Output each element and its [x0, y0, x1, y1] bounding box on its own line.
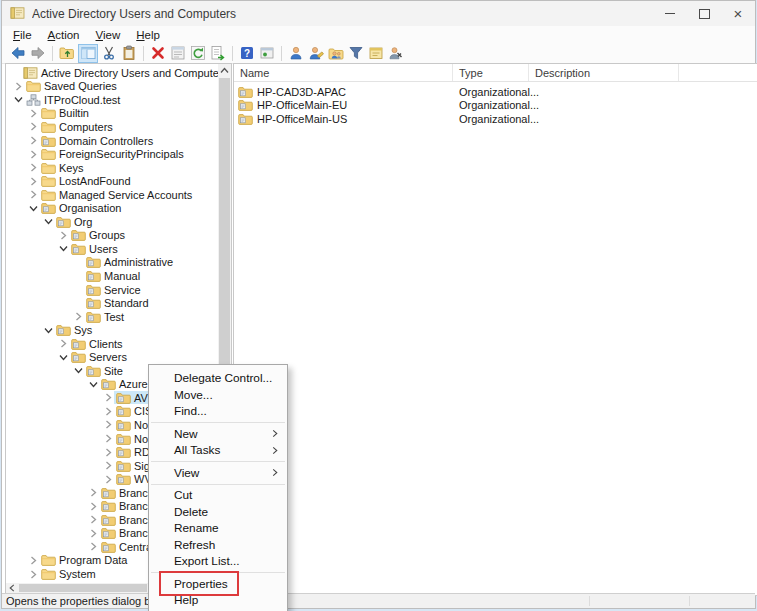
tree-item-servers[interactable]: Servers	[6, 350, 218, 364]
refresh-icon[interactable]	[189, 44, 207, 62]
expand-arrow-icon[interactable]	[103, 433, 114, 444]
properties-sheet-icon[interactable]	[169, 44, 187, 62]
tree-item-administrative[interactable]: Administrative	[6, 256, 218, 270]
expand-arrow-icon[interactable]	[103, 474, 114, 485]
tree-item-standard[interactable]: Standard	[6, 296, 218, 310]
collapse-arrow-icon[interactable]	[88, 379, 99, 390]
tree-item-test[interactable]: Test	[6, 310, 218, 324]
collapse-arrow-icon[interactable]	[58, 243, 69, 254]
list-row-hp-officemain-eu[interactable]: HP-OfficeMain-EUOrganizational...	[234, 99, 757, 113]
context-menu-new[interactable]: New	[149, 426, 287, 443]
collapse-arrow-icon[interactable]	[13, 94, 24, 105]
expand-arrow-icon[interactable]	[88, 541, 99, 552]
list-row-hp-officemain-us[interactable]: HP-OfficeMain-USOrganizational...	[234, 112, 757, 126]
collapse-arrow-icon[interactable]	[28, 203, 39, 214]
new-group-icon[interactable]	[327, 44, 345, 62]
expand-arrow-icon[interactable]	[28, 135, 39, 146]
menu-view[interactable]: View	[88, 28, 129, 42]
forward-icon[interactable]	[29, 44, 47, 62]
tree-item-org[interactable]: Org	[6, 215, 218, 229]
collapse-arrow-icon[interactable]	[43, 216, 54, 227]
context-menu-export-list[interactable]: Export List...	[149, 553, 287, 570]
tree-item-managed-service-accounts[interactable]: Managed Service Accounts	[6, 188, 218, 202]
tree-item-manual[interactable]: Manual	[6, 269, 218, 283]
tree-item-lostandfound[interactable]: LostAndFound	[6, 174, 218, 188]
tree-item-users[interactable]: Users	[6, 242, 218, 256]
expand-arrow-icon[interactable]	[28, 555, 39, 566]
column-header-description[interactable]: Description	[529, 64, 679, 81]
new-ou-icon[interactable]	[367, 44, 385, 62]
tree-item-itprocloud-test[interactable]: ITProCloud.test	[6, 93, 218, 107]
expand-arrow-icon[interactable]	[13, 81, 24, 92]
context-menu-all-tasks[interactable]: All Tasks	[149, 442, 287, 459]
context-menu-cut[interactable]: Cut	[149, 487, 287, 504]
help-icon[interactable]: ?	[238, 44, 256, 62]
tree-item-organisation[interactable]: Organisation	[6, 201, 218, 215]
expand-arrow-icon[interactable]	[73, 311, 84, 322]
tree-item-active-directory-users-and-computers-ads01-iti[interactable]: Active Directory Users and Computers [AD…	[6, 66, 218, 80]
list-row-hp-cad3d-apac[interactable]: HP-CAD3D-APACOrganizational...	[234, 85, 757, 99]
context-menu-delete[interactable]: Delete	[149, 504, 287, 521]
tree-item-computers[interactable]: Computers	[6, 120, 218, 134]
expand-arrow-icon[interactable]	[103, 460, 114, 471]
expand-arrow-icon[interactable]	[103, 447, 114, 458]
show-console-tree-icon[interactable]	[78, 44, 98, 63]
tree-item-sys[interactable]: Sys	[6, 323, 218, 337]
tree-item-builtin[interactable]: Builtin	[6, 107, 218, 121]
menu-file[interactable]: File	[5, 28, 40, 42]
context-menu-rename[interactable]: Rename	[149, 520, 287, 537]
export-list-icon[interactable]	[209, 44, 227, 62]
context-menu-find[interactable]: Find...	[149, 403, 287, 420]
expand-arrow-icon[interactable]	[28, 108, 39, 119]
up-one-level-icon[interactable]	[58, 44, 76, 62]
expand-arrow-icon[interactable]	[58, 338, 69, 349]
column-header-name[interactable]: Name	[234, 64, 453, 81]
tree-item-groups[interactable]: Groups	[6, 229, 218, 243]
close-button[interactable]: ×	[721, 1, 755, 26]
expand-arrow-icon[interactable]	[103, 419, 114, 430]
paste-icon[interactable]	[120, 44, 138, 62]
maximize-button[interactable]	[687, 1, 721, 26]
scrollbar-thumb[interactable]	[19, 584, 147, 592]
back-icon[interactable]	[9, 44, 27, 62]
expand-arrow-icon[interactable]	[28, 569, 39, 580]
expand-arrow-icon[interactable]	[88, 528, 99, 539]
collapse-arrow-icon[interactable]	[73, 365, 84, 376]
collapse-arrow-icon[interactable]	[43, 325, 54, 336]
cut-icon[interactable]	[100, 44, 118, 62]
minimize-button[interactable]	[653, 1, 687, 26]
expand-arrow-icon[interactable]	[88, 514, 99, 525]
expand-arrow-icon[interactable]	[88, 501, 99, 512]
expand-arrow-icon[interactable]	[58, 230, 69, 241]
expand-arrow-icon[interactable]	[28, 189, 39, 200]
menu-action[interactable]: Action	[40, 28, 88, 42]
delete-icon[interactable]	[149, 44, 167, 62]
expand-arrow-icon[interactable]	[28, 162, 39, 173]
context-menu-refresh[interactable]: Refresh	[149, 537, 287, 554]
new-contact-icon[interactable]	[307, 44, 325, 62]
context-menu-move[interactable]: Move...	[149, 387, 287, 404]
scroll-up-arrow-icon[interactable]	[218, 64, 231, 77]
scroll-left-arrow-icon[interactable]	[6, 583, 17, 593]
new-user-icon[interactable]	[287, 44, 305, 62]
menu-help[interactable]: Help	[128, 28, 168, 42]
expand-arrow-icon[interactable]	[28, 176, 39, 187]
tree-item-service[interactable]: Service	[6, 283, 218, 297]
expand-arrow-icon[interactable]	[103, 406, 114, 417]
tree-item-clients[interactable]: Clients	[6, 337, 218, 351]
expand-arrow-icon[interactable]	[28, 149, 39, 160]
context-menu-delegate-control[interactable]: Delegate Control...	[149, 370, 287, 387]
expand-arrow-icon[interactable]	[28, 121, 39, 132]
collapse-arrow-icon[interactable]	[58, 352, 69, 363]
tree-item-saved-queries[interactable]: Saved Queries	[6, 80, 218, 94]
tree-item-keys[interactable]: Keys	[6, 161, 218, 175]
expand-arrow-icon[interactable]	[103, 392, 114, 403]
column-header-type[interactable]: Type	[453, 64, 529, 81]
expand-arrow-icon[interactable]	[88, 487, 99, 498]
filter-icon[interactable]	[347, 44, 365, 62]
tree-item-domain-controllers[interactable]: Domain Controllers	[6, 134, 218, 148]
find-objects-icon[interactable]	[387, 44, 405, 62]
tree-item-foreignsecurityprincipals[interactable]: ForeignSecurityPrincipals	[6, 147, 218, 161]
context-menu-view[interactable]: View	[149, 465, 287, 482]
show-window-icon[interactable]	[258, 44, 276, 62]
